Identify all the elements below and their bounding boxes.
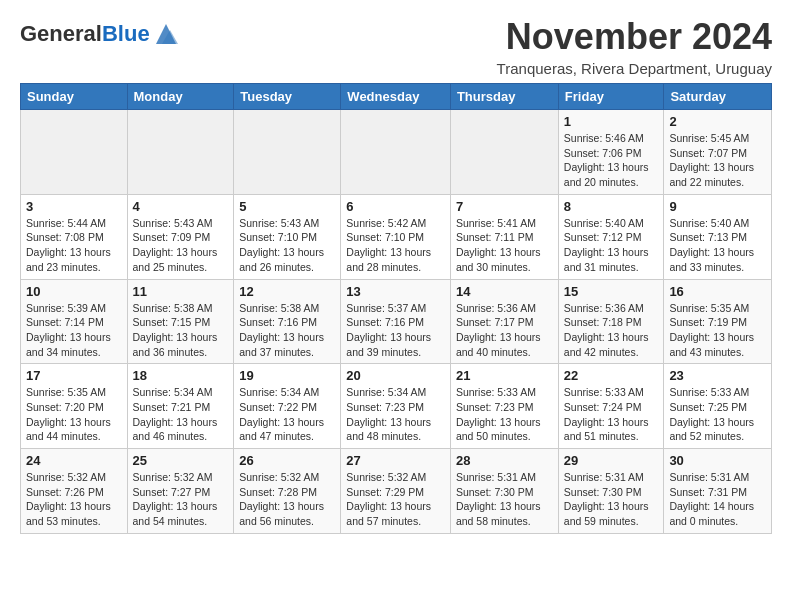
day-number: 13 — [346, 284, 445, 299]
calendar-cell: 23Sunrise: 5:33 AM Sunset: 7:25 PM Dayli… — [664, 364, 772, 449]
day-info: Sunrise: 5:35 AM Sunset: 7:19 PM Dayligh… — [669, 301, 766, 360]
day-number: 6 — [346, 199, 445, 214]
week-row-4: 17Sunrise: 5:35 AM Sunset: 7:20 PM Dayli… — [21, 364, 772, 449]
calendar-cell: 8Sunrise: 5:40 AM Sunset: 7:12 PM Daylig… — [558, 194, 664, 279]
calendar-cell: 4Sunrise: 5:43 AM Sunset: 7:09 PM Daylig… — [127, 194, 234, 279]
weekday-header-wednesday: Wednesday — [341, 84, 451, 110]
day-number: 15 — [564, 284, 659, 299]
month-title: November 2024 — [497, 16, 772, 58]
calendar-cell: 24Sunrise: 5:32 AM Sunset: 7:26 PM Dayli… — [21, 449, 128, 534]
calendar-cell — [450, 110, 558, 195]
day-number: 1 — [564, 114, 659, 129]
calendar-cell: 21Sunrise: 5:33 AM Sunset: 7:23 PM Dayli… — [450, 364, 558, 449]
calendar-cell: 27Sunrise: 5:32 AM Sunset: 7:29 PM Dayli… — [341, 449, 451, 534]
day-info: Sunrise: 5:44 AM Sunset: 7:08 PM Dayligh… — [26, 216, 122, 275]
weekday-header-sunday: Sunday — [21, 84, 128, 110]
day-number: 27 — [346, 453, 445, 468]
day-number: 8 — [564, 199, 659, 214]
calendar-cell: 9Sunrise: 5:40 AM Sunset: 7:13 PM Daylig… — [664, 194, 772, 279]
calendar-cell: 29Sunrise: 5:31 AM Sunset: 7:30 PM Dayli… — [558, 449, 664, 534]
day-number: 26 — [239, 453, 335, 468]
day-number: 5 — [239, 199, 335, 214]
day-info: Sunrise: 5:43 AM Sunset: 7:09 PM Dayligh… — [133, 216, 229, 275]
day-info: Sunrise: 5:31 AM Sunset: 7:30 PM Dayligh… — [564, 470, 659, 529]
day-info: Sunrise: 5:33 AM Sunset: 7:25 PM Dayligh… — [669, 385, 766, 444]
day-info: Sunrise: 5:41 AM Sunset: 7:11 PM Dayligh… — [456, 216, 553, 275]
logo: GeneralBlue — [20, 20, 180, 48]
day-number: 9 — [669, 199, 766, 214]
calendar-cell: 20Sunrise: 5:34 AM Sunset: 7:23 PM Dayli… — [341, 364, 451, 449]
weekday-header-tuesday: Tuesday — [234, 84, 341, 110]
day-number: 20 — [346, 368, 445, 383]
logo-general-text: General — [20, 21, 102, 46]
day-number: 14 — [456, 284, 553, 299]
day-number: 24 — [26, 453, 122, 468]
day-info: Sunrise: 5:34 AM Sunset: 7:22 PM Dayligh… — [239, 385, 335, 444]
day-number: 11 — [133, 284, 229, 299]
day-info: Sunrise: 5:32 AM Sunset: 7:29 PM Dayligh… — [346, 470, 445, 529]
location-subtitle: Tranqueras, Rivera Department, Uruguay — [497, 60, 772, 77]
weekday-header-row: SundayMondayTuesdayWednesdayThursdayFrid… — [21, 84, 772, 110]
calendar-cell: 12Sunrise: 5:38 AM Sunset: 7:16 PM Dayli… — [234, 279, 341, 364]
week-row-2: 3Sunrise: 5:44 AM Sunset: 7:08 PM Daylig… — [21, 194, 772, 279]
day-number: 12 — [239, 284, 335, 299]
week-row-1: 1Sunrise: 5:46 AM Sunset: 7:06 PM Daylig… — [21, 110, 772, 195]
calendar-cell: 16Sunrise: 5:35 AM Sunset: 7:19 PM Dayli… — [664, 279, 772, 364]
day-number: 17 — [26, 368, 122, 383]
day-info: Sunrise: 5:32 AM Sunset: 7:28 PM Dayligh… — [239, 470, 335, 529]
calendar-cell: 14Sunrise: 5:36 AM Sunset: 7:17 PM Dayli… — [450, 279, 558, 364]
calendar-table: SundayMondayTuesdayWednesdayThursdayFrid… — [20, 83, 772, 534]
weekday-header-monday: Monday — [127, 84, 234, 110]
calendar-cell: 3Sunrise: 5:44 AM Sunset: 7:08 PM Daylig… — [21, 194, 128, 279]
day-number: 30 — [669, 453, 766, 468]
day-number: 7 — [456, 199, 553, 214]
day-number: 23 — [669, 368, 766, 383]
day-info: Sunrise: 5:31 AM Sunset: 7:30 PM Dayligh… — [456, 470, 553, 529]
calendar-cell: 13Sunrise: 5:37 AM Sunset: 7:16 PM Dayli… — [341, 279, 451, 364]
calendar-cell: 6Sunrise: 5:42 AM Sunset: 7:10 PM Daylig… — [341, 194, 451, 279]
week-row-5: 24Sunrise: 5:32 AM Sunset: 7:26 PM Dayli… — [21, 449, 772, 534]
logo-icon — [152, 20, 180, 48]
day-number: 19 — [239, 368, 335, 383]
day-number: 3 — [26, 199, 122, 214]
calendar-cell: 1Sunrise: 5:46 AM Sunset: 7:06 PM Daylig… — [558, 110, 664, 195]
day-info: Sunrise: 5:32 AM Sunset: 7:26 PM Dayligh… — [26, 470, 122, 529]
day-info: Sunrise: 5:33 AM Sunset: 7:23 PM Dayligh… — [456, 385, 553, 444]
day-info: Sunrise: 5:43 AM Sunset: 7:10 PM Dayligh… — [239, 216, 335, 275]
calendar-cell: 11Sunrise: 5:38 AM Sunset: 7:15 PM Dayli… — [127, 279, 234, 364]
logo-blue-text: Blue — [102, 21, 150, 46]
header: GeneralBlue November 2024 Tranqueras, Ri… — [20, 16, 772, 77]
title-block: November 2024 Tranqueras, Rivera Departm… — [497, 16, 772, 77]
calendar-cell — [234, 110, 341, 195]
calendar-cell — [21, 110, 128, 195]
day-number: 18 — [133, 368, 229, 383]
day-info: Sunrise: 5:39 AM Sunset: 7:14 PM Dayligh… — [26, 301, 122, 360]
calendar-cell — [127, 110, 234, 195]
day-number: 10 — [26, 284, 122, 299]
day-info: Sunrise: 5:38 AM Sunset: 7:16 PM Dayligh… — [239, 301, 335, 360]
calendar-cell: 28Sunrise: 5:31 AM Sunset: 7:30 PM Dayli… — [450, 449, 558, 534]
day-info: Sunrise: 5:36 AM Sunset: 7:17 PM Dayligh… — [456, 301, 553, 360]
calendar-cell: 18Sunrise: 5:34 AM Sunset: 7:21 PM Dayli… — [127, 364, 234, 449]
calendar-cell: 30Sunrise: 5:31 AM Sunset: 7:31 PM Dayli… — [664, 449, 772, 534]
weekday-header-saturday: Saturday — [664, 84, 772, 110]
day-info: Sunrise: 5:34 AM Sunset: 7:21 PM Dayligh… — [133, 385, 229, 444]
weekday-header-friday: Friday — [558, 84, 664, 110]
day-info: Sunrise: 5:34 AM Sunset: 7:23 PM Dayligh… — [346, 385, 445, 444]
day-number: 25 — [133, 453, 229, 468]
calendar-cell: 19Sunrise: 5:34 AM Sunset: 7:22 PM Dayli… — [234, 364, 341, 449]
calendar-cell: 10Sunrise: 5:39 AM Sunset: 7:14 PM Dayli… — [21, 279, 128, 364]
day-info: Sunrise: 5:36 AM Sunset: 7:18 PM Dayligh… — [564, 301, 659, 360]
calendar-cell: 5Sunrise: 5:43 AM Sunset: 7:10 PM Daylig… — [234, 194, 341, 279]
calendar-cell — [341, 110, 451, 195]
day-info: Sunrise: 5:38 AM Sunset: 7:15 PM Dayligh… — [133, 301, 229, 360]
calendar-cell: 26Sunrise: 5:32 AM Sunset: 7:28 PM Dayli… — [234, 449, 341, 534]
day-number: 29 — [564, 453, 659, 468]
calendar-cell: 2Sunrise: 5:45 AM Sunset: 7:07 PM Daylig… — [664, 110, 772, 195]
calendar-cell: 7Sunrise: 5:41 AM Sunset: 7:11 PM Daylig… — [450, 194, 558, 279]
calendar-cell: 15Sunrise: 5:36 AM Sunset: 7:18 PM Dayli… — [558, 279, 664, 364]
calendar-cell: 25Sunrise: 5:32 AM Sunset: 7:27 PM Dayli… — [127, 449, 234, 534]
day-number: 4 — [133, 199, 229, 214]
day-number: 16 — [669, 284, 766, 299]
day-info: Sunrise: 5:32 AM Sunset: 7:27 PM Dayligh… — [133, 470, 229, 529]
